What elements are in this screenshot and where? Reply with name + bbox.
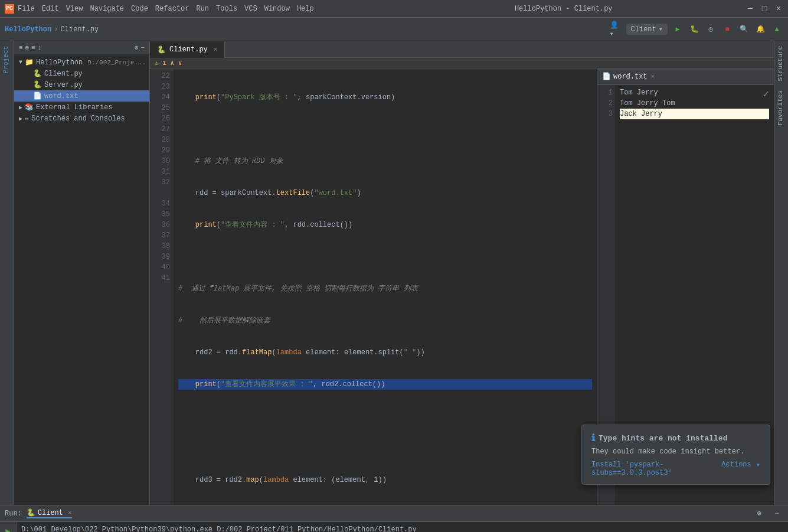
py-file-icon: 🐍 [33, 80, 42, 89]
menu-run[interactable]: Run [196, 5, 209, 13]
right-side-tabs: Structure Favorites [774, 41, 788, 505]
menu-window[interactable]: Window [264, 5, 290, 13]
run-panel-header: Run: 🐍 Client × ⚙ − [0, 505, 788, 522]
tree-client-py[interactable]: 🐍 Client.py [14, 68, 149, 79]
folder-icon: 📁 [25, 58, 34, 67]
menu-bar[interactable]: File Edit View Navigate Code Refactor Ru… [18, 5, 382, 13]
run-label: Run: [5, 510, 22, 518]
notification-title: ℹ Type hints are not installed [591, 432, 760, 444]
favorites-tab[interactable]: Favorites [774, 86, 788, 130]
run-button[interactable]: ▶ [671, 23, 684, 36]
run-client-tab[interactable]: 🐍 Client × [27, 508, 72, 518]
run-sidebar: ▶ ▲ ▼ ↺ ⏹ ≡ ↕ 🖨 🗑 [0, 522, 17, 532]
install-link[interactable]: Install 'pyspark-stubs==3.0.0.post3' [591, 461, 717, 477]
text-editor-tabs: 📄 word.txt × [597, 68, 774, 85]
expand-arrow: ▶ [19, 115, 22, 122]
project-tree: ▼ 📁 HelloPython D:/002_Proje... 🐍 Client… [14, 54, 149, 505]
text-line-1: Tom Jerry [620, 87, 769, 98]
run-line-0: D:\001_Develop\022_Python\Python39\pytho… [21, 524, 783, 532]
checkmark-icon: ✓ [763, 87, 769, 100]
notification-actions: Install 'pyspark-stubs==3.0.0.post3' Act… [591, 461, 760, 477]
app-icon: PC [5, 4, 14, 14]
expand-arrow: ▼ [19, 59, 22, 66]
minimize-button[interactable]: ─ [746, 4, 755, 14]
search-everywhere-button[interactable]: 🔍 [737, 23, 750, 36]
editor-tabs: 🐍 Client.py × [150, 41, 774, 58]
coverage-button[interactable]: ◎ [704, 23, 717, 36]
menu-code[interactable]: Code [131, 5, 148, 13]
project-panel: ≡ ⊕ ≡ ↕ ⚙ − ▼ 📁 HelloPython D:/002_Proje… [14, 41, 150, 505]
stop-button[interactable]: ■ [721, 23, 734, 36]
title-bar: PC File Edit View Navigate Code Refactor… [0, 0, 788, 18]
left-side-tabs: Project [0, 41, 14, 505]
run-close-btn[interactable]: − [770, 507, 783, 520]
actions-button[interactable]: Actions [721, 461, 751, 477]
txt-tab-close[interactable]: × [651, 73, 655, 80]
tree-word-txt[interactable]: 📄 word.txt [14, 90, 149, 102]
project-tab[interactable]: Project [0, 41, 14, 78]
run-tab-label: Client [38, 509, 63, 517]
bottom-panel: Run: 🐍 Client × ⚙ − ▶ ▲ ▼ ↺ ⏹ ≡ ↕ 🖨 🗑 D:… [0, 505, 788, 532]
code-lines[interactable]: print("PySpark 版本号 : ", sparkContext.ver… [174, 68, 597, 505]
run-tab-close[interactable]: × [68, 510, 72, 517]
window-title: HelloPython - Client.py [382, 5, 746, 13]
close-button[interactable]: × [774, 4, 783, 14]
debug-button[interactable]: 🐛 [688, 23, 701, 36]
tree-scratches[interactable]: ▶ ✏ Scratches and Consoles [14, 113, 149, 124]
toolbar: HelloPython › Client.py 👤▾ Client ▾ ▶ 🐛 … [0, 18, 788, 41]
client-py-label: Client.py [44, 70, 83, 78]
tree-external-libs[interactable]: ▶ 📚 External Libraries [14, 102, 149, 113]
run-config-label: Client [631, 25, 656, 34]
lib-icon: 📚 [25, 103, 34, 112]
menu-help[interactable]: Help [297, 5, 314, 13]
run-config[interactable]: Client ▾ [626, 24, 668, 35]
code-editor[interactable]: 22 23 24 25 26 27 28 29 30 31 32 34 35 3… [150, 68, 597, 505]
menu-navigate[interactable]: Navigate [90, 5, 124, 13]
text-line-3: Jack Jerry [620, 109, 769, 119]
root-folder-label: HelloPython [36, 58, 83, 67]
editor-warning-bar: ⚠ 1 ∧ ∨ [150, 58, 774, 68]
menu-tools[interactable]: Tools [216, 5, 237, 13]
tree-server-py[interactable]: 🐍 Server.py [14, 79, 149, 90]
menu-refactor[interactable]: Refactor [155, 5, 189, 13]
notifications-button[interactable]: 🔔 [754, 23, 767, 36]
menu-vcs[interactable]: VCS [244, 5, 257, 13]
menu-edit[interactable]: Edit [42, 5, 59, 13]
menu-view[interactable]: View [66, 5, 83, 13]
menu-file[interactable]: File [18, 5, 35, 13]
info-icon: ℹ [591, 432, 595, 444]
notification-popup: ℹ Type hints are not installed They coul… [581, 425, 770, 485]
current-file[interactable]: Client.py [60, 25, 99, 34]
account-button[interactable]: 👤▾ [610, 23, 623, 36]
notification-body: They could make code insight better. [591, 448, 760, 456]
scratches-label: Scratches and Consoles [31, 115, 125, 123]
tree-root-folder[interactable]: ▼ 📁 HelloPython D:/002_Proje... [14, 57, 149, 68]
window-controls[interactable]: ─ □ × [746, 4, 783, 14]
word-txt-label: word.txt [44, 92, 79, 100]
project-panel-header: ≡ ⊕ ≡ ↕ ⚙ − [14, 41, 149, 54]
maximize-button[interactable]: □ [760, 4, 769, 14]
run-settings-btn[interactable]: ⚙ [753, 507, 766, 520]
run-output: D:\001_Develop\022_Python\Python39\pytho… [17, 522, 788, 532]
structure-tab[interactable]: Structure [774, 41, 788, 86]
external-libs-label: External Libraries [36, 103, 113, 112]
notification-title-text: Type hints are not installed [599, 434, 727, 443]
expand-arrow: ▶ [19, 104, 22, 111]
server-py-label: Server.py [44, 81, 83, 89]
txt-file-icon: 📄 [33, 92, 42, 100]
run-layout: ▶ ▲ ▼ ↺ ⏹ ≡ ↕ 🖨 🗑 D:\001_Develop\022_Pyt… [0, 522, 788, 532]
tab-client-py-label: Client.py [169, 45, 208, 54]
breadcrumb: HelloPython › Client.py [5, 25, 99, 34]
project-name[interactable]: HelloPython [5, 25, 51, 34]
py-file-icon: 🐍 [33, 69, 42, 78]
word-txt-tab[interactable]: word.txt [613, 73, 648, 81]
run-play-btn[interactable]: ▶ [2, 524, 15, 532]
run-tab-icon: 🐍 [27, 508, 35, 517]
tab-py-icon: 🐍 [157, 45, 166, 54]
tab-client-py[interactable]: 🐍 Client.py × [150, 41, 225, 58]
txt-tab-icon: 📄 [602, 72, 611, 81]
updates-button[interactable]: ▲ [770, 23, 783, 36]
line-numbers: 22 23 24 25 26 27 28 29 30 31 32 34 35 3… [150, 68, 174, 505]
tab-close-btn[interactable]: × [214, 46, 218, 53]
text-line-2: Tom Jerry Tom [620, 98, 769, 109]
